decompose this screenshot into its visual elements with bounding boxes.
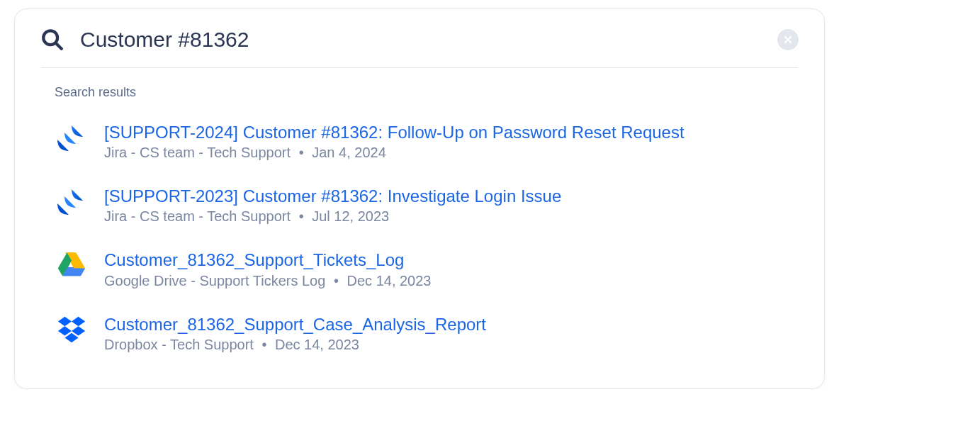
separator-dot: •	[261, 337, 266, 352]
svg-marker-12	[64, 332, 78, 342]
search-header	[15, 9, 824, 68]
svg-marker-8	[58, 316, 72, 325]
svg-line-1	[56, 43, 62, 49]
result-date: Dec 14, 2023	[347, 273, 432, 288]
search-result-row[interactable]: [SUPPORT-2023] Customer #81362: Investig…	[55, 176, 799, 240]
search-input[interactable]	[80, 28, 777, 52]
svg-marker-9	[72, 316, 85, 325]
result-source: Jira - CS team - Tech Support	[104, 208, 291, 224]
result-meta: Jira - CS team - Tech Support • Jul 12, …	[104, 208, 799, 225]
dropbox-icon	[55, 312, 89, 346]
gdrive-icon	[55, 247, 89, 281]
result-meta: Jira - CS team - Tech Support • Jan 4, 2…	[104, 145, 799, 161]
result-title[interactable]: [SUPPORT-2024] Customer #81362: Follow-U…	[104, 121, 799, 143]
result-source: Google Drive - Support Tickers Log	[104, 273, 325, 288]
search-result-row[interactable]: [SUPPORT-2024] Customer #81362: Follow-U…	[55, 113, 799, 176]
result-date: Jan 4, 2024	[312, 145, 386, 160]
result-title[interactable]: [SUPPORT-2023] Customer #81362: Investig…	[104, 185, 799, 207]
search-icon	[40, 28, 80, 52]
search-result-row[interactable]: Customer_81362_Support_Tickets_LogGoogle…	[55, 240, 799, 304]
result-source: Dropbox - Tech Support	[104, 337, 254, 352]
result-text: [SUPPORT-2024] Customer #81362: Follow-U…	[104, 120, 799, 161]
jira-icon	[55, 120, 89, 154]
separator-dot: •	[299, 145, 304, 160]
results-label: Search results	[55, 85, 799, 100]
clear-search-button[interactable]	[777, 29, 799, 50]
separator-dot: •	[334, 273, 339, 288]
result-text: [SUPPORT-2023] Customer #81362: Investig…	[104, 184, 799, 225]
jira-icon	[55, 184, 89, 218]
svg-marker-11	[72, 326, 85, 335]
result-source: Jira - CS team - Tech Support	[104, 145, 291, 160]
result-title[interactable]: Customer_81362_Support_Tickets_Log	[104, 249, 799, 271]
search-result-row[interactable]: Customer_81362_Support_Case_Analysis_Rep…	[55, 305, 799, 369]
result-date: Dec 14, 2023	[275, 337, 359, 352]
svg-marker-10	[58, 326, 72, 335]
result-text: Customer_81362_Support_Case_Analysis_Rep…	[104, 312, 799, 353]
result-meta: Google Drive - Support Tickers Log • Dec…	[104, 273, 799, 289]
result-meta: Dropbox - Tech Support • Dec 14, 2023	[104, 337, 799, 353]
result-title[interactable]: Customer_81362_Support_Case_Analysis_Rep…	[104, 313, 799, 335]
search-panel: Search results [SUPPORT-2024] Customer #…	[14, 9, 825, 389]
separator-dot: •	[299, 208, 304, 224]
result-text: Customer_81362_Support_Tickets_LogGoogle…	[104, 247, 799, 288]
result-date: Jul 12, 2023	[312, 208, 389, 224]
search-results-section: Search results [SUPPORT-2024] Customer #…	[15, 68, 824, 388]
